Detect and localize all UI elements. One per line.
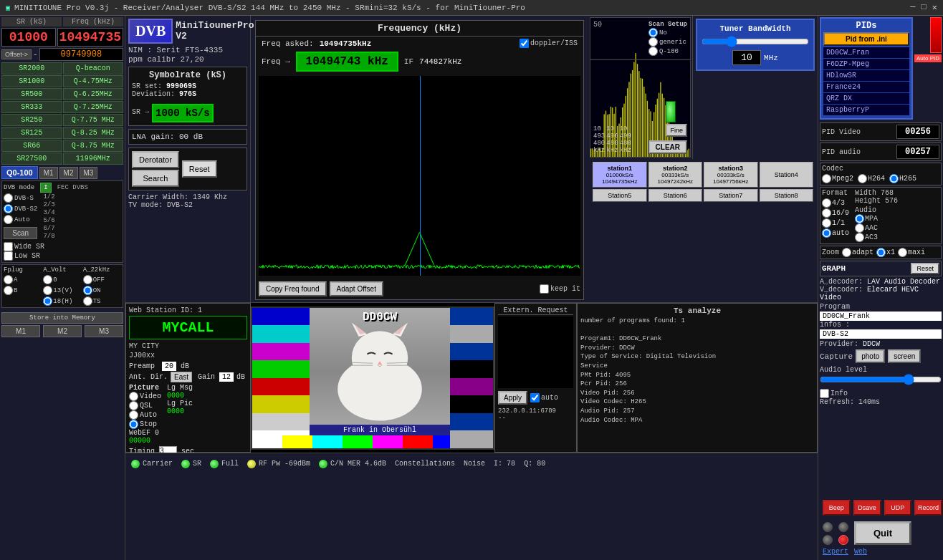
dvb-s-radio[interactable]: DVB-S: [4, 193, 37, 203]
derotator-btn[interactable]: Derotator: [132, 151, 179, 168]
maximize-btn[interactable]: □: [922, 2, 927, 13]
pid-item-hdlowsr[interactable]: HDlowSR: [823, 70, 909, 81]
adapt-offset-btn[interactable]: Adapt Offset: [330, 281, 383, 296]
a22-ts-radio[interactable]: TS: [83, 296, 121, 306]
auto-check[interactable]: auto: [530, 393, 558, 402]
sr500-btn[interactable]: SR500: [1, 88, 62, 100]
dvb-s2-radio[interactable]: DVB-S2: [4, 204, 37, 213]
auto-pid-btn[interactable]: Auto PID: [914, 54, 942, 62]
scan-generic-radio[interactable]: generic: [648, 37, 687, 47]
fplug-b-radio[interactable]: B: [4, 286, 42, 295]
mpa-radio[interactable]: MPA: [855, 214, 898, 223]
sr11996-btn[interactable]: 11996MHz: [63, 153, 124, 165]
aac-radio[interactable]: AAC: [855, 223, 898, 233]
sr2000-btn[interactable]: SR2000: [1, 62, 62, 74]
stop-radio[interactable]: Stop: [129, 420, 161, 429]
search-btn[interactable]: Search: [132, 170, 179, 187]
format-11-radio[interactable]: 1/1: [822, 218, 849, 228]
fine-btn[interactable]: Fine: [666, 124, 687, 137]
beep-btn[interactable]: Beep: [823, 500, 851, 516]
station7-btn[interactable]: Station7: [704, 189, 758, 202]
wide-sr-check[interactable]: Wide SR: [4, 242, 44, 251]
quit-btn[interactable]: Quit: [854, 521, 911, 545]
apply-btn[interactable]: Apply: [498, 391, 527, 405]
pid-from-btn[interactable]: Pid from .ini: [823, 32, 909, 46]
minimize-btn[interactable]: ─: [910, 2, 915, 13]
info-check[interactable]: Info: [820, 389, 942, 398]
sr333-btn[interactable]: SR333: [1, 101, 62, 113]
station2-btn[interactable]: station2 00333kS/s 10497242kHz: [648, 162, 703, 188]
h264-radio[interactable]: H264: [858, 174, 885, 183]
scan-btn[interactable]: Scan: [4, 227, 37, 239]
h265-radio[interactable]: H265: [889, 174, 916, 183]
graph-reset-btn[interactable]: Reset: [911, 263, 939, 274]
web-link[interactable]: Web: [854, 548, 867, 556]
scan-q100-radio[interactable]: Q-100: [648, 47, 687, 56]
tuner-bw-slider[interactable]: [702, 36, 809, 47]
clear-btn[interactable]: CLEAR: [648, 140, 687, 154]
sr1000-btn[interactable]: SR1000: [1, 75, 62, 87]
format-43-radio[interactable]: 4/3: [822, 198, 849, 208]
qsl-radio[interactable]: QSL: [129, 401, 161, 410]
pid-item-dd0cw[interactable]: DD0CW_Fran: [823, 47, 909, 58]
screen-btn[interactable]: screen: [888, 349, 921, 363]
fplug-a-radio[interactable]: A: [4, 275, 42, 284]
keep-check[interactable]: keep it: [540, 284, 580, 294]
a22-on-radio[interactable]: ON: [83, 286, 121, 295]
station8-btn[interactable]: Station8: [760, 189, 814, 202]
mpeg2-radio[interactable]: Mpeg2: [822, 174, 853, 183]
photo-btn[interactable]: photo: [856, 349, 885, 363]
q0-100-btn[interactable]: Q0-100: [1, 166, 38, 179]
zoom-maxi-radio[interactable]: maxi: [898, 248, 925, 257]
dvb-auto-radio[interactable]: Auto: [4, 215, 37, 224]
expert-link[interactable]: Expert: [823, 548, 848, 556]
pid-item-france24[interactable]: France24: [823, 82, 909, 92]
m2-tab-btn[interactable]: M2: [59, 167, 78, 179]
station6-btn[interactable]: Station6: [648, 189, 703, 202]
i-toggle[interactable]: I: [40, 183, 51, 193]
m1-store-btn[interactable]: M1: [1, 325, 40, 337]
east-direction-btn[interactable]: East: [171, 372, 192, 382]
window-controls[interactable]: ─ □ ✕: [910, 2, 937, 13]
sr250-btn[interactable]: SR250: [1, 114, 62, 126]
q725-btn[interactable]: Q-7.25MHz: [63, 101, 124, 113]
scan-no-radio[interactable]: No: [648, 28, 687, 37]
volt-18-radio[interactable]: 18(H): [43, 296, 81, 306]
q775-btn[interactable]: Q-7.75 MHz: [63, 114, 124, 126]
q875-btn[interactable]: Q-8.75 MHz: [63, 140, 124, 152]
m3-tab-btn[interactable]: M3: [80, 167, 98, 179]
sr125-btn[interactable]: SR125: [1, 127, 62, 139]
format-auto-radio[interactable]: auto: [822, 228, 849, 238]
record-btn[interactable]: Record: [914, 500, 942, 516]
a22-off-radio[interactable]: OFF: [83, 275, 121, 284]
zoom-x1-radio[interactable]: x1: [876, 248, 895, 257]
video-radio[interactable]: Video: [129, 392, 161, 401]
q625-btn[interactable]: Q-6.25MHz: [63, 88, 124, 100]
format-169-radio[interactable]: 16/9: [822, 208, 849, 218]
audio-level-slider[interactable]: [820, 374, 942, 385]
q-beacon-btn[interactable]: Q-beacon: [63, 62, 124, 74]
close-btn[interactable]: ✕: [932, 2, 937, 13]
station4-btn[interactable]: Station4: [760, 162, 814, 188]
derotator-reset-btn[interactable]: Reset: [182, 160, 217, 178]
dsave-btn[interactable]: Dsave: [853, 500, 881, 516]
zoom-adapt-radio[interactable]: adapt: [842, 248, 873, 257]
ac3-radio[interactable]: AC3: [855, 233, 898, 242]
volt-13-radio[interactable]: 13(V): [43, 286, 81, 295]
pid-item-qrzdx[interactable]: QRZ DX: [823, 93, 909, 104]
sr66-btn[interactable]: SR66: [1, 140, 62, 152]
q475-btn[interactable]: Q-4.75MHz: [63, 75, 124, 87]
pid-item-f6dzp[interactable]: F6DZP-Mpeg: [823, 59, 909, 69]
udp-btn[interactable]: UDP: [884, 500, 912, 516]
offset-button[interactable]: Offset->: [1, 49, 32, 59]
pid-item-raspberryp[interactable]: RaspberryP: [823, 105, 909, 115]
volt-0-radio[interactable]: 0: [43, 275, 81, 284]
station1-btn[interactable]: station1 01000kS/s 10494735kHz: [593, 162, 647, 188]
low-sr-check[interactable]: Low SR: [4, 251, 40, 261]
station3-btn[interactable]: station3 00333kS/s 10497756kHz: [704, 162, 758, 188]
q825-btn[interactable]: Q-8.25 MHz: [63, 127, 124, 139]
doppler-checkbox[interactable]: doppler/ISS: [520, 39, 578, 48]
copy-freq-btn[interactable]: Copy Freq found: [259, 281, 327, 296]
auto-radio[interactable]: Auto: [129, 410, 161, 420]
m2-store-btn[interactable]: M2: [43, 325, 82, 337]
